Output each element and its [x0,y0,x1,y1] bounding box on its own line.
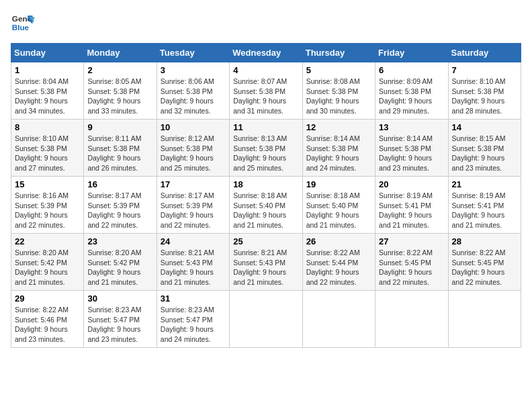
cell-info: Sunrise: 8:09 AMSunset: 5:38 PMDaylight:… [379,77,433,115]
calendar-cell: 24 Sunrise: 8:21 AMSunset: 5:43 PMDaylig… [157,234,229,291]
calendar-cell: 28 Sunrise: 8:22 AMSunset: 5:45 PMDaylig… [448,234,521,291]
calendar-cell: 3 Sunrise: 8:06 AMSunset: 5:38 PMDayligh… [157,62,229,120]
calendar-cell: 14 Sunrise: 8:15 AMSunset: 5:38 PMDaylig… [448,120,521,177]
cell-info: Sunrise: 8:04 AMSunset: 5:38 PMDaylight:… [15,77,69,115]
calendar-cell: 12 Sunrise: 8:14 AMSunset: 5:38 PMDaylig… [302,120,375,177]
cell-info: Sunrise: 8:13 AMSunset: 5:38 PMDaylight:… [233,134,287,172]
logo: General Blue [11,11,35,35]
day-number: 10 [161,122,226,132]
calendar-cell: 23 Sunrise: 8:20 AMSunset: 5:42 PMDaylig… [84,234,157,291]
cell-info: Sunrise: 8:22 AMSunset: 5:44 PMDaylight:… [306,248,360,286]
cell-info: Sunrise: 8:22 AMSunset: 5:45 PMDaylight:… [379,248,433,286]
page-header: General Blue [11,11,521,35]
calendar-cell: 7 Sunrise: 8:10 AMSunset: 5:38 PMDayligh… [448,62,521,120]
calendar-cell: 30 Sunrise: 8:23 AMSunset: 5:47 PMDaylig… [84,291,157,348]
calendar-cell [302,291,375,348]
day-number: 23 [87,236,152,246]
calendar-cell: 16 Sunrise: 8:17 AMSunset: 5:39 PMDaylig… [84,177,157,234]
cell-info: Sunrise: 8:08 AMSunset: 5:38 PMDaylight:… [306,77,360,115]
cell-info: Sunrise: 8:16 AMSunset: 5:39 PMDaylight:… [15,191,69,229]
day-number: 15 [15,179,80,189]
cell-info: Sunrise: 8:19 AMSunset: 5:41 PMDaylight:… [379,191,433,229]
cell-info: Sunrise: 8:23 AMSunset: 5:47 PMDaylight:… [161,306,214,343]
cell-info: Sunrise: 8:15 AMSunset: 5:38 PMDaylight:… [452,134,506,172]
week-row-1: 1 Sunrise: 8:04 AMSunset: 5:38 PMDayligh… [11,62,521,120]
day-number: 27 [379,236,444,246]
column-header-monday: Monday [84,44,157,62]
calendar-cell: 27 Sunrise: 8:22 AMSunset: 5:45 PMDaylig… [375,234,448,291]
calendar-cell: 11 Sunrise: 8:13 AMSunset: 5:38 PMDaylig… [230,120,302,177]
calendar-table: SundayMondayTuesdayWednesdayThursdayFrid… [11,43,521,348]
calendar-cell: 18 Sunrise: 8:18 AMSunset: 5:40 PMDaylig… [230,177,302,234]
day-number: 6 [379,65,444,75]
calendar-cell: 2 Sunrise: 8:05 AMSunset: 5:38 PMDayligh… [84,62,157,120]
week-row-2: 8 Sunrise: 8:10 AMSunset: 5:38 PMDayligh… [11,120,521,177]
cell-info: Sunrise: 8:20 AMSunset: 5:42 PMDaylight:… [87,248,141,286]
day-number: 14 [452,122,517,132]
calendar-cell: 20 Sunrise: 8:19 AMSunset: 5:41 PMDaylig… [375,177,448,234]
day-number: 17 [161,179,226,189]
day-number: 30 [87,293,152,304]
day-number: 21 [452,179,517,189]
calendar-cell: 4 Sunrise: 8:07 AMSunset: 5:38 PMDayligh… [230,62,302,120]
cell-info: Sunrise: 8:22 AMSunset: 5:46 PMDaylight:… [15,306,69,343]
day-number: 20 [379,179,444,189]
day-number: 26 [306,236,371,246]
calendar-cell: 8 Sunrise: 8:10 AMSunset: 5:38 PMDayligh… [11,120,84,177]
column-header-friday: Friday [375,44,448,62]
cell-info: Sunrise: 8:21 AMSunset: 5:43 PMDaylight:… [233,248,287,286]
day-number: 31 [161,293,226,304]
column-header-wednesday: Wednesday [230,44,302,62]
cell-info: Sunrise: 8:10 AMSunset: 5:38 PMDaylight:… [452,77,506,115]
column-header-tuesday: Tuesday [157,44,229,62]
day-number: 8 [15,122,80,132]
cell-info: Sunrise: 8:18 AMSunset: 5:40 PMDaylight:… [306,191,360,229]
day-number: 18 [233,179,298,189]
week-row-5: 29 Sunrise: 8:22 AMSunset: 5:46 PMDaylig… [11,291,521,348]
calendar-cell: 9 Sunrise: 8:11 AMSunset: 5:38 PMDayligh… [84,120,157,177]
calendar-cell: 26 Sunrise: 8:22 AMSunset: 5:44 PMDaylig… [302,234,375,291]
day-number: 25 [233,236,298,246]
cell-info: Sunrise: 8:10 AMSunset: 5:38 PMDaylight:… [15,134,69,172]
cell-info: Sunrise: 8:17 AMSunset: 5:39 PMDaylight:… [161,191,214,229]
day-number: 13 [379,122,444,132]
day-number: 1 [15,65,80,75]
day-number: 22 [15,236,80,246]
day-number: 7 [452,65,517,75]
logo-icon: General Blue [11,11,35,35]
cell-info: Sunrise: 8:21 AMSunset: 5:43 PMDaylight:… [161,248,214,286]
cell-info: Sunrise: 8:05 AMSunset: 5:38 PMDaylight:… [87,77,141,115]
cell-info: Sunrise: 8:20 AMSunset: 5:42 PMDaylight:… [15,248,69,286]
week-row-4: 22 Sunrise: 8:20 AMSunset: 5:42 PMDaylig… [11,234,521,291]
calendar-cell: 22 Sunrise: 8:20 AMSunset: 5:42 PMDaylig… [11,234,84,291]
calendar-cell: 6 Sunrise: 8:09 AMSunset: 5:38 PMDayligh… [375,62,448,120]
day-number: 11 [233,122,298,132]
calendar-cell: 19 Sunrise: 8:18 AMSunset: 5:40 PMDaylig… [302,177,375,234]
column-header-sunday: Sunday [11,44,84,62]
calendar-cell [230,291,302,348]
cell-info: Sunrise: 8:14 AMSunset: 5:38 PMDaylight:… [306,134,360,172]
day-number: 12 [306,122,371,132]
day-number: 4 [233,65,298,75]
calendar-cell: 13 Sunrise: 8:14 AMSunset: 5:38 PMDaylig… [375,120,448,177]
cell-info: Sunrise: 8:18 AMSunset: 5:40 PMDaylight:… [233,191,287,229]
calendar-cell: 21 Sunrise: 8:19 AMSunset: 5:41 PMDaylig… [448,177,521,234]
day-number: 5 [306,65,371,75]
day-number: 9 [87,122,152,132]
calendar-cell: 5 Sunrise: 8:08 AMSunset: 5:38 PMDayligh… [302,62,375,120]
cell-info: Sunrise: 8:23 AMSunset: 5:47 PMDaylight:… [87,306,141,343]
cell-info: Sunrise: 8:12 AMSunset: 5:38 PMDaylight:… [161,134,214,172]
calendar-cell: 17 Sunrise: 8:17 AMSunset: 5:39 PMDaylig… [157,177,229,234]
cell-info: Sunrise: 8:07 AMSunset: 5:38 PMDaylight:… [233,77,287,115]
day-number: 29 [15,293,80,304]
calendar-cell: 1 Sunrise: 8:04 AMSunset: 5:38 PMDayligh… [11,62,84,120]
calendar-cell: 29 Sunrise: 8:22 AMSunset: 5:46 PMDaylig… [11,291,84,348]
day-number: 28 [452,236,517,246]
week-row-3: 15 Sunrise: 8:16 AMSunset: 5:39 PMDaylig… [11,177,521,234]
cell-info: Sunrise: 8:14 AMSunset: 5:38 PMDaylight:… [379,134,433,172]
cell-info: Sunrise: 8:11 AMSunset: 5:38 PMDaylight:… [87,134,141,172]
day-number: 24 [161,236,226,246]
calendar-cell: 10 Sunrise: 8:12 AMSunset: 5:38 PMDaylig… [157,120,229,177]
calendar-cell [448,291,521,348]
day-number: 3 [161,65,226,75]
